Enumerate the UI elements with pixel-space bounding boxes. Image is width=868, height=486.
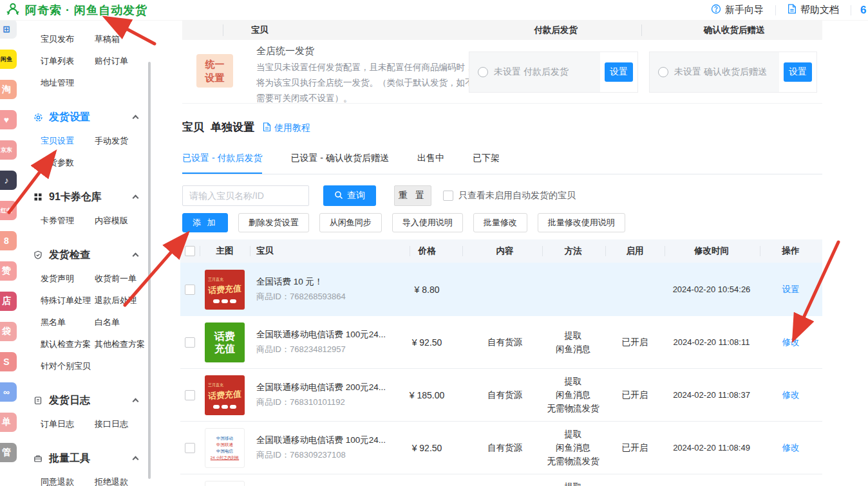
nav-help-docs[interactable]: 帮助文档 <box>776 4 851 16</box>
sidebar-item[interactable]: 发货声明 <box>41 268 95 290</box>
search-icon <box>334 191 343 201</box>
query-button[interactable]: 查询 <box>323 185 376 206</box>
taobao-icon[interactable]: 淘 <box>0 80 17 99</box>
action-button-4[interactable]: 批量修改 <box>473 213 527 232</box>
chevron-up-icon[interactable] <box>133 456 139 463</box>
sidebar-item[interactable]: 拒绝退款 <box>95 471 149 486</box>
sidebar-item[interactable]: 订单列表 <box>41 50 95 72</box>
shop-bag-icon[interactable]: 袋 <box>0 322 17 341</box>
nav-newbie-guide[interactable]: 新手向导 <box>699 4 775 16</box>
sidebar-section-ship-log[interactable]: 发货日志 <box>33 394 140 407</box>
unified-description: 当宝贝未设置任何发货配置，且未配置任何商品编码时， 将为该宝贝执行全店统一发货。… <box>256 60 474 106</box>
sidebar-item[interactable]: 其他检查方案 <box>95 333 149 355</box>
pay-ship-radio[interactable] <box>478 67 488 77</box>
xianguanjia-icon[interactable]: 管 <box>0 443 17 462</box>
xiaohongshu-icon[interactable]: 红书 <box>0 201 17 220</box>
link-icon[interactable]: ∞ <box>0 382 17 402</box>
tab-0[interactable]: 已设置 - 付款后发货 <box>182 153 262 174</box>
sidebar-item[interactable]: 同意退款 <box>41 471 95 486</box>
sidebar-item[interactable]: 宝贝设置 <box>41 130 95 152</box>
sidebar: 店铺宝贝宝贝发布草稿箱订单列表赔付订单地址管理发货设置宝贝设置手动发货发货参数9… <box>18 0 149 486</box>
row-action-link[interactable]: 修改 <box>782 442 800 454</box>
sidebar-item[interactable]: 黑名单 <box>41 312 95 333</box>
shopee-icon[interactable]: S <box>0 352 17 371</box>
sidebar-section-ship-settings[interactable]: 发货设置 <box>33 111 140 124</box>
row-action-link[interactable]: 设置 <box>782 284 800 295</box>
row-checkbox[interactable] <box>185 337 195 348</box>
sidebar-item[interactable]: 接口日志 <box>95 413 149 435</box>
price-cell: ¥ 8.80 <box>386 263 467 316</box>
sidebar-item[interactable]: 内容模版 <box>95 210 149 232</box>
tab-bar: 已设置 - 付款后发货已设置 - 确认收货后赠送出售中已下架 <box>182 153 822 174</box>
chevron-up-icon[interactable] <box>133 195 139 201</box>
action-button-2[interactable]: 从闲鱼同步 <box>319 213 382 232</box>
sidebar-section-card-warehouse[interactable]: 91卡券仓库 <box>33 191 140 203</box>
sidebar-item[interactable]: 默认检查方案 <box>41 333 95 355</box>
sidebar-item[interactable]: 退款后处理 <box>95 290 149 312</box>
pay-ship-set-button[interactable]: 设置 <box>605 62 633 82</box>
sidebar-item[interactable]: 卡券管理 <box>41 210 95 232</box>
topbar: 阿奇索 · 闲鱼自动发货 新手向导帮助文档6 <box>0 0 868 21</box>
sidebar-item[interactable]: 针对个别宝贝 <box>41 355 95 377</box>
sidebar-item[interactable]: 收货前一单 <box>95 268 149 290</box>
confirm-gift-radio[interactable] <box>658 67 668 77</box>
row-checkbox[interactable] <box>185 390 195 400</box>
tab-2[interactable]: 出售中 <box>417 153 444 174</box>
product-image-carriers: 中国移动中国联通中国电信24 小时之内到账 <box>205 428 245 468</box>
header-item: 宝贝 <box>256 239 274 263</box>
add-button[interactable]: 添 加 <box>182 213 228 232</box>
sidebar-item[interactable]: 地址管理 <box>41 72 95 94</box>
toolbox-icon <box>33 454 43 463</box>
chevron-up-icon[interactable] <box>133 398 139 405</box>
col-confirm-gift: 确认收货后赠送 <box>697 21 771 40</box>
sidebar-item[interactable]: 宝贝发布 <box>41 28 95 50</box>
xianyu-icon[interactable]: 闲鱼 <box>0 50 17 69</box>
search-input[interactable] <box>182 185 309 206</box>
order-bag-icon[interactable]: 单 <box>0 413 17 432</box>
pinduoduo-icon[interactable]: ♥ <box>0 110 17 129</box>
chevron-up-icon[interactable] <box>133 253 139 259</box>
row-checkbox[interactable] <box>185 443 195 453</box>
row-checkbox[interactable] <box>185 285 195 295</box>
table-row: 中国移动中国联通中国电信24 小时之内到账全国联通移动电信话费 100元24..… <box>180 422 822 474</box>
sidebar-item[interactable]: 赔付订单 <box>95 50 149 72</box>
action-cell: 设置 <box>765 263 816 316</box>
sidebar-section-batch-tools[interactable]: 批量工具 <box>33 452 140 465</box>
sidebar-section-ship-check[interactable]: 发货检查 <box>33 248 140 261</box>
action-button-3[interactable]: 导入使用说明 <box>392 213 463 232</box>
action-button-5[interactable]: 批量修改使用说明 <box>538 213 625 232</box>
header-main-image: 主图 <box>205 239 244 263</box>
app-logo-icon[interactable]: ⊞ <box>0 19 17 39</box>
enabled-cell: 已开启 <box>596 369 674 421</box>
item-cell: 全国联通移动电信话费 100元24...商品ID：768234812957 <box>256 316 404 368</box>
edge-clipped-icon[interactable]: 6 <box>860 4 868 17</box>
sidebar-item[interactable]: 手动发货 <box>95 130 149 152</box>
tab-1[interactable]: 已设置 - 确认收货后赠送 <box>290 153 388 174</box>
platform-icon-strip: ⊞闲鱼淘♥京东♪红书8赞店袋S∞单管 <box>0 19 18 462</box>
sidebar-item[interactable]: 白名单 <box>95 312 149 333</box>
confirm-gift-set-button[interactable]: 设置 <box>784 62 812 82</box>
row-action-link[interactable]: 修改 <box>782 389 800 401</box>
price-cell: ¥ 92.50 <box>386 422 467 474</box>
weidian-icon[interactable]: 店 <box>0 292 17 311</box>
sidebar-item[interactable]: 草稿箱 <box>95 28 149 50</box>
douyin-icon[interactable]: ♪ <box>0 171 17 190</box>
action-button-1[interactable]: 删除发货设置 <box>238 213 309 232</box>
chevron-up-icon[interactable] <box>133 115 139 122</box>
jingdong-icon[interactable]: 京东 <box>0 140 17 160</box>
modified-time-cell: 2024-02-20 10:54:26 <box>666 263 757 316</box>
row-action-link[interactable]: 修改 <box>782 337 800 348</box>
kuaishou-icon[interactable]: 8 <box>0 231 17 250</box>
sidebar-item[interactable]: 订单日志 <box>41 413 95 435</box>
tutorial-link[interactable]: 使用教程 <box>263 122 310 134</box>
main-content: 宝贝 付款后发货 确认收货后赠送 统一 设置 全店统一发货 当宝贝未设置任何发货… <box>180 0 822 486</box>
thumbs-up-icon[interactable]: 赞 <box>0 261 17 281</box>
sidebar-item[interactable]: 特殊订单处理 <box>41 290 95 312</box>
select-all-checkbox[interactable] <box>185 246 195 256</box>
sidebar-scrollbar[interactable] <box>148 62 151 479</box>
reset-button[interactable]: 重 置 <box>394 185 431 206</box>
tab-3[interactable]: 已下架 <box>473 153 500 174</box>
filter-checkbox[interactable] <box>443 191 453 201</box>
sidebar-item[interactable]: 发货参数 <box>41 152 95 174</box>
filter-unenabled[interactable]: 只查看未启用自动发货的宝贝 <box>443 190 576 201</box>
